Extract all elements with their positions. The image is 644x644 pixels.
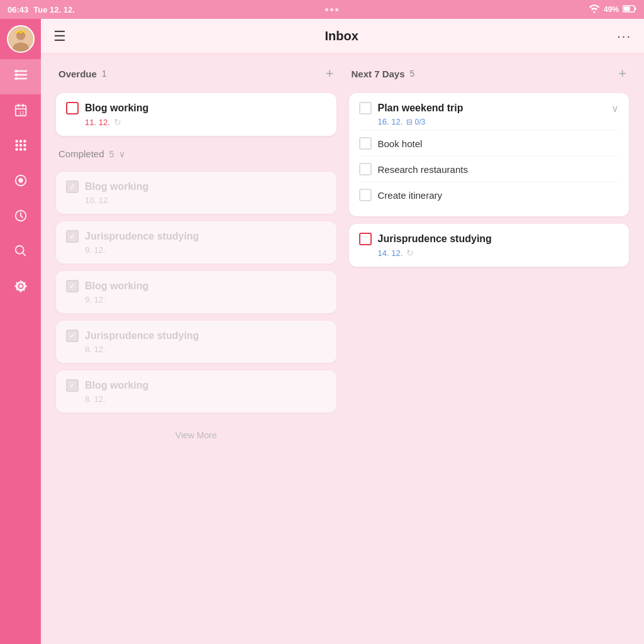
completed-task-blog-1: Blog working 10. 12. <box>56 172 336 214</box>
sidebar-item-clock[interactable] <box>0 200 41 235</box>
subtask-title-book-hotel: Book hotel <box>378 138 423 149</box>
overdue-count: 1 <box>102 69 107 79</box>
completed-checkbox-1[interactable] <box>66 180 79 193</box>
completed-task-title-5: Blog working <box>85 380 326 391</box>
subtask-checkbox-research-restaurants[interactable] <box>359 163 372 175</box>
completed-label: Completed <box>58 148 104 159</box>
next7days-header: Next 7 Days 5 + <box>349 67 630 86</box>
subtask-checkbox-create-itinerary[interactable] <box>359 189 372 201</box>
svg-point-14 <box>15 144 18 147</box>
completed-checkbox-4[interactable] <box>66 330 79 342</box>
repeat-icon-blog-overdue: ↻ <box>114 117 121 127</box>
check-icon <box>13 67 28 86</box>
subtask-book-hotel: Book hotel <box>359 130 619 156</box>
completed-task-title-2: Jurisprudence studying <box>85 231 326 242</box>
gear-icon <box>14 279 28 297</box>
task-title-juris-next7: Jurisprudence studying <box>378 233 619 245</box>
subtasks-plan-weekend: Book hotel Research restaurants Create i… <box>359 130 619 208</box>
svg-point-19 <box>23 148 26 151</box>
completed-task-date-2: 9. 12. <box>85 245 106 255</box>
sidebar-item-settings[interactable] <box>0 270 41 306</box>
completed-count: 5 <box>109 149 114 159</box>
task-checkbox-plan-weekend[interactable] <box>359 102 372 114</box>
svg-point-21 <box>19 179 23 182</box>
sidebar-item-focus[interactable] <box>0 165 41 200</box>
task-date-blog-overdue: 11. 12. <box>85 118 110 127</box>
page-title: Inbox <box>325 29 358 43</box>
overdue-label: Overdue <box>58 69 97 79</box>
main-content: ☰ Inbox ··· Overdue 1 + Blog working <box>41 19 644 644</box>
view-more-button[interactable]: View More <box>56 420 336 450</box>
more-options-button[interactable]: ··· <box>617 29 631 43</box>
topbar: ☰ Inbox ··· <box>41 19 644 54</box>
sidebar-item-calendar[interactable]: 12 <box>0 94 41 130</box>
task-title-plan-weekend: Plan weekend trip <box>378 103 606 114</box>
completed-task-blog-3: Blog working 8. 12. <box>56 370 336 413</box>
overdue-header: Overdue 1 + <box>56 67 336 86</box>
task-title-blog-overdue: Blog working <box>85 103 326 114</box>
avatar[interactable] <box>7 25 35 53</box>
status-dots <box>325 8 338 11</box>
sidebar-item-tasks[interactable] <box>0 59 41 94</box>
status-bar-right: 49% <box>589 4 636 15</box>
next7days-add-button[interactable]: + <box>618 67 626 80</box>
status-bar-left: 06:43 Tue 12. 12. <box>8 5 75 14</box>
next7days-count: 5 <box>410 69 415 79</box>
completed-task-title-3: Blog working <box>85 280 326 292</box>
completed-header: Completed 5 ∨ <box>56 143 336 164</box>
sidebar: 12 <box>0 19 41 644</box>
overdue-add-button[interactable]: + <box>326 67 334 80</box>
task-date-plan-weekend: 16. 12. <box>378 117 403 126</box>
status-time: 06:43 <box>8 5 28 14</box>
svg-point-12 <box>19 140 22 143</box>
svg-point-16 <box>23 144 26 147</box>
completed-task-juris-1: Jurisprudence studying 9. 12. <box>56 221 336 264</box>
subtask-research-restaurants: Research restaurants <box>359 156 619 182</box>
completed-task-title-4: Jurisprudence studying <box>85 330 326 341</box>
completed-checkbox-5[interactable] <box>66 379 79 392</box>
next7days-label: Next 7 Days <box>352 69 405 79</box>
subtask-count-plan-weekend: ⊟ 0/3 <box>406 118 425 126</box>
expand-icon-plan-weekend[interactable]: ∨ <box>611 103 619 114</box>
sidebar-item-apps[interactable] <box>0 130 41 165</box>
svg-rect-6 <box>15 70 18 72</box>
circle-icon <box>14 174 28 191</box>
right-column: Next 7 Days 5 + Plan weekend trip ∨ 16. … <box>349 67 630 631</box>
left-column: Overdue 1 + Blog working 11. 12. ↻ <box>56 67 336 631</box>
battery-icon <box>623 5 636 14</box>
completed-task-date-1: 10. 12. <box>85 196 110 205</box>
battery-percentage: 49% <box>604 5 619 14</box>
subtask-title-research-restaurants: Research restaurants <box>378 164 468 175</box>
subtask-checkbox-book-hotel[interactable] <box>359 137 372 150</box>
task-card-juris-next7: Jurisprudence studying 14. 12. ↻ <box>349 224 630 267</box>
task-checkbox-juris-next7[interactable] <box>359 233 372 245</box>
completed-task-blog-2: Blog working 9. 12. <box>56 271 336 313</box>
status-bar: 06:43 Tue 12. 12. 49% <box>0 0 644 19</box>
repeat-icon-juris-next7: ↻ <box>406 248 414 258</box>
status-date: Tue 12. 12. <box>33 5 75 14</box>
completed-toggle-button[interactable]: ∨ <box>119 149 125 159</box>
svg-rect-8 <box>15 77 18 80</box>
menu-button[interactable]: ☰ <box>53 30 66 43</box>
completed-task-juris-2: Jurisprudence studying 8. 12. <box>56 321 336 363</box>
svg-rect-2 <box>635 8 636 10</box>
subtask-create-itinerary: Create itinerary <box>359 182 619 208</box>
search-icon <box>14 244 28 262</box>
svg-rect-1 <box>623 6 630 11</box>
completed-checkbox-2[interactable] <box>66 230 79 243</box>
svg-rect-7 <box>15 74 18 76</box>
task-checkbox-blog-overdue[interactable] <box>66 102 79 114</box>
completed-task-date-4: 8. 12. <box>85 345 106 354</box>
completed-checkbox-3[interactable] <box>66 280 79 292</box>
svg-point-11 <box>15 140 18 143</box>
completed-task-title-1: Blog working <box>85 181 326 192</box>
completed-task-date-3: 9. 12. <box>85 295 106 304</box>
svg-point-13 <box>23 140 26 143</box>
sidebar-item-search[interactable] <box>0 235 41 270</box>
content-area: Overdue 1 + Blog working 11. 12. ↻ <box>41 54 644 644</box>
svg-point-18 <box>19 148 22 151</box>
svg-text:12: 12 <box>19 110 24 116</box>
wifi-icon <box>589 4 600 15</box>
svg-point-15 <box>19 144 22 147</box>
subtask-title-create-itinerary: Create itinerary <box>378 190 443 201</box>
